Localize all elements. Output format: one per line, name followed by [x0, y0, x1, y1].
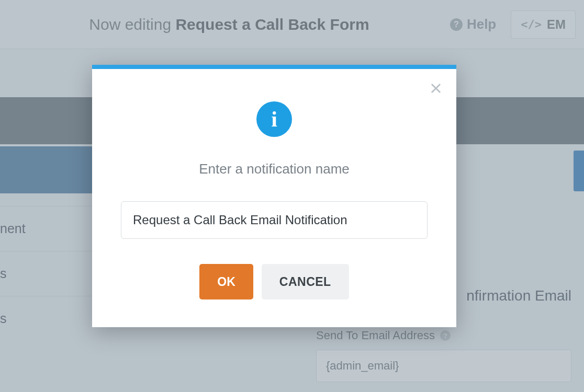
cancel-button[interactable]: CANCEL [262, 264, 349, 299]
ok-button[interactable]: OK [199, 264, 253, 299]
info-icon: i [256, 101, 292, 137]
modal-actions: OK CANCEL [92, 264, 456, 299]
notification-name-input[interactable] [121, 201, 428, 239]
notification-name-modal: i Enter a notification name OK CANCEL [92, 65, 456, 327]
close-icon [430, 83, 442, 94]
modal-prompt: Enter a notification name [92, 161, 456, 177]
close-button[interactable] [430, 83, 442, 94]
